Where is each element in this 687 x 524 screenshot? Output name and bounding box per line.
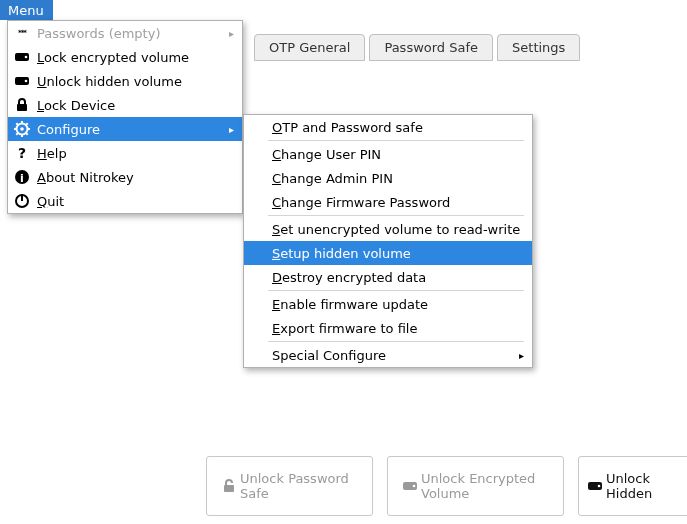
submenu-item-enable-firmware-update[interactable]: Enable firmware update	[244, 292, 532, 316]
menu-item-lock-device[interactable]: Lock Device	[8, 93, 242, 117]
menu-item-label: Lock Device	[37, 98, 115, 113]
menu-item-label: Quit	[37, 194, 64, 209]
asterisks-icon: ***	[14, 25, 30, 41]
menu-button[interactable]: Menu	[0, 0, 53, 20]
submenu-separator	[268, 341, 524, 342]
power-icon	[14, 193, 30, 209]
svg-point-1	[25, 56, 28, 59]
svg-line-12	[26, 133, 28, 135]
submenu-separator	[268, 290, 524, 291]
menu-item-label: About Nitrokey	[37, 170, 134, 185]
gear-icon	[14, 121, 30, 137]
svg-point-24	[598, 485, 601, 488]
configure-submenu: OTP and Password safe Change User PIN Ch…	[243, 114, 533, 368]
submenu-item-label: Export firmware to file	[272, 321, 417, 336]
menu-item-label: Passwords (empty)	[37, 26, 160, 41]
drive-icon	[402, 478, 418, 494]
chevron-right-icon: ▸	[229, 124, 234, 135]
menu-item-help[interactable]: ? Help	[8, 141, 242, 165]
menu-item-about[interactable]: i About Nitrokey	[8, 165, 242, 189]
menu-item-passwords: *** Passwords (empty) ▸	[8, 21, 242, 45]
submenu-item-export-firmware[interactable]: Export firmware to file	[244, 316, 532, 340]
menu-button-label: Menu	[8, 3, 44, 18]
submenu-item-label: Enable firmware update	[272, 297, 428, 312]
svg-point-6	[20, 127, 24, 131]
submenu-item-change-admin-pin[interactable]: Change Admin PIN	[244, 166, 532, 190]
submenu-item-label: Change Admin PIN	[272, 171, 393, 186]
svg-text:i: i	[20, 172, 24, 185]
button-unlock-hidden-volume[interactable]: Unlock Hidden	[578, 456, 687, 516]
help-icon: ?	[14, 145, 30, 161]
button-label: Unlock Encrypted Volume	[421, 471, 549, 501]
svg-point-3	[25, 80, 28, 83]
menu-item-label: Lock encrypted volume	[37, 50, 189, 65]
menu-item-label: Unlock hidden volume	[37, 74, 182, 89]
svg-rect-20	[224, 485, 234, 492]
submenu-item-label: Special Configure	[272, 348, 386, 363]
submenu-item-change-user-pin[interactable]: Change User PIN	[244, 142, 532, 166]
svg-line-13	[16, 133, 18, 135]
chevron-right-icon: ▸	[229, 28, 234, 39]
submenu-item-label: Change User PIN	[272, 147, 381, 162]
menu-item-label: Help	[37, 146, 67, 161]
menu-item-unlock-hidden[interactable]: Unlock hidden volume	[8, 69, 242, 93]
button-unlock-password-safe[interactable]: Unlock Password Safe	[206, 456, 373, 516]
submenu-separator	[268, 140, 524, 141]
menu-item-label: Configure	[37, 122, 100, 137]
info-icon: i	[14, 169, 30, 185]
main-menu-dropdown: *** Passwords (empty) ▸ Lock encrypted v…	[7, 20, 243, 214]
submenu-item-change-firmware-password[interactable]: Change Firmware Password	[244, 190, 532, 214]
submenu-item-label: Destroy encrypted data	[272, 270, 426, 285]
menu-item-quit[interactable]: Quit	[8, 189, 242, 213]
tab-password-safe[interactable]: Password Safe	[369, 34, 493, 61]
menu-item-configure[interactable]: Configure ▸	[8, 117, 242, 141]
svg-point-22	[413, 485, 416, 488]
tab-settings[interactable]: Settings	[497, 34, 580, 61]
drive-icon	[14, 73, 30, 89]
menu-item-lock-encrypted[interactable]: Lock encrypted volume	[8, 45, 242, 69]
submenu-item-label: Setup hidden volume	[272, 246, 411, 261]
submenu-item-otp-password-safe[interactable]: OTP and Password safe	[244, 115, 532, 139]
svg-rect-4	[17, 104, 27, 111]
submenu-item-setup-hidden-volume[interactable]: Setup hidden volume	[244, 241, 532, 265]
submenu-item-label: OTP and Password safe	[272, 120, 423, 135]
button-unlock-encrypted-volume[interactable]: Unlock Encrypted Volume	[387, 456, 564, 516]
button-label: Unlock Hidden	[606, 471, 676, 501]
submenu-item-special-configure[interactable]: Special Configure	[244, 343, 532, 367]
svg-line-11	[16, 123, 18, 125]
unlock-icon	[221, 478, 237, 494]
button-label: Unlock Password Safe	[240, 471, 358, 501]
submenu-separator	[268, 215, 524, 216]
svg-line-14	[26, 123, 28, 125]
lock-icon	[14, 97, 30, 113]
svg-text:?: ?	[18, 145, 26, 161]
submenu-item-destroy-encrypted[interactable]: Destroy encrypted data	[244, 265, 532, 289]
drive-icon	[587, 478, 603, 494]
submenu-item-label: Set unencrypted volume to read-write	[272, 222, 520, 237]
submenu-item-label: Change Firmware Password	[272, 195, 450, 210]
bottom-actions: Unlock Password Safe Unlock Encrypted Vo…	[206, 456, 687, 516]
tab-otp-general[interactable]: OTP General	[254, 34, 365, 61]
drive-icon	[14, 49, 30, 65]
submenu-item-set-unenc-rw[interactable]: Set unencrypted volume to read-write	[244, 217, 532, 241]
